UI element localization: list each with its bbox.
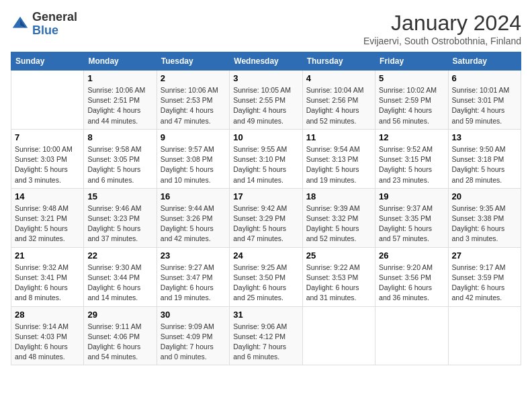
day-info: Sunrise: 9:06 AM Sunset: 4:12 PM Dayligh… <box>233 322 298 363</box>
calendar-cell: 22Sunrise: 9:30 AM Sunset: 3:44 PM Dayli… <box>84 247 157 306</box>
weekday-header-thursday: Thursday <box>302 52 375 71</box>
day-info: Sunrise: 9:09 AM Sunset: 4:09 PM Dayligh… <box>161 322 226 363</box>
day-number: 8 <box>87 132 152 142</box>
calendar-cell: 18Sunrise: 9:39 AM Sunset: 3:32 PM Dayli… <box>302 188 375 247</box>
weekday-header-friday: Friday <box>375 52 448 71</box>
day-info: Sunrise: 9:17 AM Sunset: 3:59 PM Dayligh… <box>452 263 517 304</box>
day-info: Sunrise: 9:55 AM Sunset: 3:10 PM Dayligh… <box>233 144 298 185</box>
calendar-cell: 8Sunrise: 9:58 AM Sunset: 3:05 PM Daylig… <box>84 129 157 188</box>
day-info: Sunrise: 9:50 AM Sunset: 3:18 PM Dayligh… <box>452 144 517 185</box>
day-number: 4 <box>306 73 371 83</box>
calendar-cell: 3Sunrise: 10:05 AM Sunset: 2:55 PM Dayli… <box>230 71 302 130</box>
calendar-cell <box>302 306 375 365</box>
calendar-cell: 6Sunrise: 10:01 AM Sunset: 3:01 PM Dayli… <box>448 71 521 130</box>
day-info: Sunrise: 9:30 AM Sunset: 3:44 PM Dayligh… <box>87 263 152 304</box>
day-number: 25 <box>306 250 371 261</box>
day-number: 12 <box>379 132 444 142</box>
day-info: Sunrise: 10:00 AM Sunset: 3:03 PM Daylig… <box>15 144 80 185</box>
calendar-cell: 20Sunrise: 9:35 AM Sunset: 3:38 PM Dayli… <box>448 188 521 247</box>
weekday-header-saturday: Saturday <box>448 52 521 71</box>
calendar-cell: 13Sunrise: 9:50 AM Sunset: 3:18 PM Dayli… <box>448 129 521 188</box>
calendar-cell: 16Sunrise: 9:44 AM Sunset: 3:26 PM Dayli… <box>157 188 229 247</box>
day-info: Sunrise: 9:37 AM Sunset: 3:35 PM Dayligh… <box>379 203 444 244</box>
calendar-cell <box>448 306 521 365</box>
calendar-cell: 15Sunrise: 9:46 AM Sunset: 3:23 PM Dayli… <box>84 188 157 247</box>
weekday-header-wednesday: Wednesday <box>230 52 302 71</box>
day-info: Sunrise: 9:44 AM Sunset: 3:26 PM Dayligh… <box>161 203 226 244</box>
weekday-header-monday: Monday <box>84 52 157 71</box>
day-number: 29 <box>87 310 152 320</box>
day-number: 26 <box>379 250 444 261</box>
calendar-cell: 21Sunrise: 9:32 AM Sunset: 3:41 PM Dayli… <box>11 247 84 306</box>
day-info: Sunrise: 9:39 AM Sunset: 3:32 PM Dayligh… <box>306 203 371 244</box>
day-number: 2 <box>161 73 226 83</box>
calendar-cell: 5Sunrise: 10:02 AM Sunset: 2:59 PM Dayli… <box>375 71 448 130</box>
calendar-cell: 30Sunrise: 9:09 AM Sunset: 4:09 PM Dayli… <box>157 306 229 365</box>
calendar-cell: 7Sunrise: 10:00 AM Sunset: 3:03 PM Dayli… <box>11 129 84 188</box>
day-number: 22 <box>87 250 152 261</box>
day-number: 5 <box>379 73 444 83</box>
calendar-cell: 1Sunrise: 10:06 AM Sunset: 2:51 PM Dayli… <box>84 71 157 130</box>
day-number: 23 <box>161 250 226 261</box>
calendar-cell: 11Sunrise: 9:54 AM Sunset: 3:13 PM Dayli… <box>302 129 375 188</box>
day-info: Sunrise: 10:04 AM Sunset: 2:56 PM Daylig… <box>306 85 371 126</box>
day-info: Sunrise: 9:20 AM Sunset: 3:56 PM Dayligh… <box>379 263 444 304</box>
day-number: 13 <box>452 132 517 142</box>
weekday-header-sunday: Sunday <box>11 52 84 71</box>
calendar-cell: 29Sunrise: 9:11 AM Sunset: 4:06 PM Dayli… <box>84 306 157 365</box>
weekday-header-row: SundayMondayTuesdayWednesdayThursdayFrid… <box>11 52 521 71</box>
calendar-week-row: 14Sunrise: 9:48 AM Sunset: 3:21 PM Dayli… <box>11 188 521 247</box>
calendar-cell <box>11 71 84 130</box>
calendar-cell: 26Sunrise: 9:20 AM Sunset: 3:56 PM Dayli… <box>375 247 448 306</box>
logo-text: General Blue <box>32 11 77 38</box>
calendar-cell: 27Sunrise: 9:17 AM Sunset: 3:59 PM Dayli… <box>448 247 521 306</box>
day-number: 28 <box>15 310 80 320</box>
day-number: 14 <box>15 191 80 201</box>
day-info: Sunrise: 9:52 AM Sunset: 3:15 PM Dayligh… <box>379 144 444 185</box>
weekday-header-tuesday: Tuesday <box>157 52 229 71</box>
calendar-cell: 28Sunrise: 9:14 AM Sunset: 4:03 PM Dayli… <box>11 306 84 365</box>
day-number: 24 <box>233 250 298 261</box>
location-subtitle: Evijaervi, South Ostrobothnia, Finland <box>363 36 521 46</box>
calendar-cell: 31Sunrise: 9:06 AM Sunset: 4:12 PM Dayli… <box>230 306 302 365</box>
day-number: 19 <box>379 191 444 201</box>
day-info: Sunrise: 9:46 AM Sunset: 3:23 PM Dayligh… <box>87 203 152 244</box>
day-number: 6 <box>452 73 517 83</box>
calendar-cell: 4Sunrise: 10:04 AM Sunset: 2:56 PM Dayli… <box>302 71 375 130</box>
calendar-week-row: 7Sunrise: 10:00 AM Sunset: 3:03 PM Dayli… <box>11 129 521 188</box>
calendar-cell: 9Sunrise: 9:57 AM Sunset: 3:08 PM Daylig… <box>157 129 229 188</box>
day-info: Sunrise: 9:58 AM Sunset: 3:05 PM Dayligh… <box>87 144 152 185</box>
day-info: Sunrise: 9:42 AM Sunset: 3:29 PM Dayligh… <box>233 203 298 244</box>
day-info: Sunrise: 9:32 AM Sunset: 3:41 PM Dayligh… <box>15 263 80 304</box>
logo-icon <box>11 15 30 34</box>
logo-blue-text: Blue <box>32 24 58 37</box>
day-number: 15 <box>87 191 152 201</box>
day-info: Sunrise: 9:14 AM Sunset: 4:03 PM Dayligh… <box>15 322 80 363</box>
day-info: Sunrise: 10:06 AM Sunset: 2:53 PM Daylig… <box>161 85 226 126</box>
month-title: January 2024 <box>363 11 521 36</box>
day-number: 17 <box>233 191 298 201</box>
day-info: Sunrise: 9:57 AM Sunset: 3:08 PM Dayligh… <box>161 144 226 185</box>
calendar-cell: 17Sunrise: 9:42 AM Sunset: 3:29 PM Dayli… <box>230 188 302 247</box>
day-number: 16 <box>161 191 226 201</box>
calendar-cell: 23Sunrise: 9:27 AM Sunset: 3:47 PM Dayli… <box>157 247 229 306</box>
day-info: Sunrise: 9:48 AM Sunset: 3:21 PM Dayligh… <box>15 203 80 244</box>
day-number: 10 <box>233 132 298 142</box>
day-number: 27 <box>452 250 517 261</box>
calendar-cell: 2Sunrise: 10:06 AM Sunset: 2:53 PM Dayli… <box>157 71 229 130</box>
calendar-table: SundayMondayTuesdayWednesdayThursdayFrid… <box>11 52 521 365</box>
day-info: Sunrise: 9:54 AM Sunset: 3:13 PM Dayligh… <box>306 144 371 185</box>
logo-general-text: General <box>32 10 77 24</box>
calendar-cell: 24Sunrise: 9:25 AM Sunset: 3:50 PM Dayli… <box>230 247 302 306</box>
calendar-cell <box>375 306 448 365</box>
day-number: 21 <box>15 250 80 261</box>
calendar-cell: 19Sunrise: 9:37 AM Sunset: 3:35 PM Dayli… <box>375 188 448 247</box>
day-number: 7 <box>15 132 80 142</box>
day-info: Sunrise: 9:22 AM Sunset: 3:53 PM Dayligh… <box>306 263 371 304</box>
calendar-cell: 10Sunrise: 9:55 AM Sunset: 3:10 PM Dayli… <box>230 129 302 188</box>
day-number: 20 <box>452 191 517 201</box>
day-info: Sunrise: 10:01 AM Sunset: 3:01 PM Daylig… <box>452 85 517 126</box>
calendar-week-row: 28Sunrise: 9:14 AM Sunset: 4:03 PM Dayli… <box>11 306 521 365</box>
day-info: Sunrise: 10:06 AM Sunset: 2:51 PM Daylig… <box>87 85 152 126</box>
day-number: 11 <box>306 132 371 142</box>
